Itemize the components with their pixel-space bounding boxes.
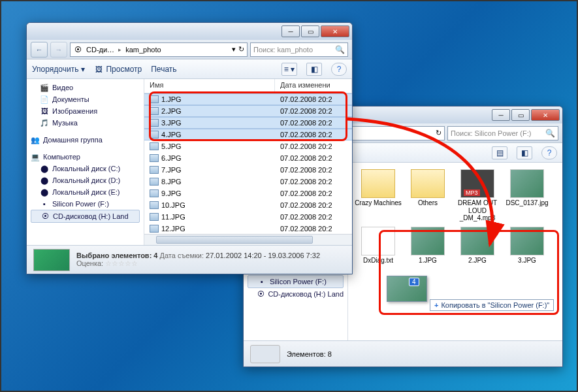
search-box[interactable]: Поиск: kam_photo 🔍 [250, 42, 348, 57]
file-row[interactable]: 12.JPG07.02.2008 20:2 [144, 223, 352, 234]
preview-pane-button[interactable]: ◧ [517, 146, 532, 159]
nav-label: Видео [52, 84, 73, 91]
icon-view[interactable]: Crazy MachinesOthersDREAM OUT LOUD _DM_4… [348, 163, 562, 340]
nav-drive-item[interactable]: ⦿CD-дисковод (H:) Land [31, 210, 140, 223]
scrollbar-horizontal[interactable] [144, 234, 352, 245]
address-bar[interactable]: ⦿ CD-ди… ▸ kam_photo ▾ ↻ [70, 42, 248, 57]
nav-label: CD-дисковод (H:) Land [268, 290, 344, 298]
nav-label: Локальный диск (C:) [52, 165, 120, 172]
file-row[interactable]: 11.JPG07.02.2008 20:2 [144, 211, 352, 223]
item-thumbnail [361, 169, 395, 198]
preview-icon: 🖼 [94, 65, 103, 74]
nav-library-item[interactable]: 🎵Музыка [31, 117, 140, 129]
file-row[interactable]: 5.JPG07.02.2008 20:2 [144, 140, 352, 152]
file-name: 5.JPG [161, 142, 182, 150]
organize-button[interactable]: Упорядочить ▾ [32, 65, 85, 74]
col-date[interactable]: Дата изменени [275, 79, 352, 93]
file-item[interactable]: Others [404, 169, 451, 221]
nav-drive-item[interactable]: ▪Silicon Power (F:) [31, 198, 140, 210]
preview-pane-button[interactable]: ◧ [306, 63, 322, 76]
content-area[interactable]: Crazy MachinesOthersDREAM OUT LOUD _DM_4… [348, 163, 562, 340]
drive-icon: ▪ [40, 199, 49, 208]
item-label: DxDiag.txt [363, 257, 393, 265]
status-selection-count: Выбрано элементов: 4 [76, 252, 157, 259]
file-name: 9.JPG [161, 189, 182, 197]
explorer-window-source[interactable]: ─ ▭ ✕ ← → ⦿ CD-ди… ▸ kam_photo ▾ ↻ Поиск… [26, 22, 353, 274]
col-name[interactable]: Имя [144, 79, 275, 93]
content-area[interactable]: Имя Дата изменени 1.JPG07.02.2008 20:22.… [144, 79, 352, 245]
file-row[interactable]: 9.JPG07.02.2008 20:2 [144, 188, 352, 199]
file-date: 07.02.2008 20:2 [275, 154, 352, 162]
file-date: 07.02.2008 20:2 [275, 107, 352, 115]
nav-library-item[interactable]: 🎬Видео [31, 82, 140, 93]
maximize-button[interactable]: ▭ [511, 109, 530, 121]
nav-label: Музыка [52, 119, 78, 127]
file-date: 07.02.2008 20:2 [275, 225, 352, 233]
minimize-button[interactable]: ─ [492, 109, 510, 121]
file-item[interactable]: Crazy Machines [355, 169, 402, 221]
computer-icon: 💻 [31, 152, 40, 161]
nav-pane[interactable]: 🎬Видео📄Документы🖼Изображения🎵Музыка 👥Дом… [27, 79, 144, 245]
toolbar: Упорядочить ▾ 🖼Просмотр Печать ≡ ▾ ◧ ? [27, 59, 352, 79]
file-item[interactable]: 1.JPG [404, 227, 451, 265]
close-button[interactable]: ✕ [531, 109, 560, 121]
file-icon [150, 225, 159, 233]
view-button[interactable]: ▤ [492, 146, 507, 159]
breadcrumb-2[interactable]: kam_photo [124, 46, 162, 54]
nav-library-item[interactable]: 🖼Изображения [31, 105, 140, 117]
drag-count-badge: 4 [409, 278, 419, 286]
nav-drive-item[interactable]: ⦿CD-дисковод (H:) Land [248, 288, 344, 300]
item-thumbnail [411, 169, 445, 198]
item-thumbnail [460, 227, 494, 255]
preview-button[interactable]: 🖼Просмотр [94, 65, 142, 74]
file-icon [150, 154, 159, 162]
status-count: Элементов: 8 [287, 350, 332, 358]
breadcrumb-1[interactable]: CD-ди… [85, 46, 116, 54]
file-row[interactable]: 1.JPG07.02.2008 20:2 [144, 93, 352, 105]
file-item[interactable]: 2.JPG [454, 227, 501, 265]
file-row[interactable]: 8.JPG07.02.2008 20:2 [144, 176, 352, 188]
item-label: 2.JPG [468, 257, 487, 265]
column-headers[interactable]: Имя Дата изменени [144, 79, 352, 93]
file-list[interactable]: 1.JPG07.02.2008 20:22.JPG07.02.2008 20:2… [144, 93, 352, 234]
close-button[interactable]: ✕ [321, 25, 349, 37]
refresh-icon[interactable]: ↻ [436, 129, 442, 137]
file-row[interactable]: 2.JPG07.02.2008 20:2 [144, 105, 352, 117]
file-row[interactable]: 10.JPG07.02.2008 20:2 [144, 199, 352, 211]
file-row[interactable]: 4.JPG07.02.2008 20:2 [144, 129, 352, 140]
back-button[interactable]: ← [31, 42, 48, 57]
item-label: 1.JPG [419, 257, 437, 265]
scrollbar-thumb[interactable] [156, 236, 313, 244]
print-button[interactable]: Печать [151, 65, 176, 74]
file-item[interactable]: DREAM OUT LOUD _DM_4.mp3 [454, 169, 501, 221]
help-button[interactable]: ? [331, 63, 347, 76]
minimize-button[interactable]: ─ [281, 25, 300, 37]
nav-computer[interactable]: 💻Компьютер [31, 151, 140, 163]
view-button[interactable]: ≡ ▾ [281, 63, 297, 76]
file-item[interactable]: DSC_0137.jpg [504, 169, 551, 221]
file-icon [150, 213, 159, 221]
titlebar[interactable]: ─ ▭ ✕ [27, 23, 352, 40]
file-row[interactable]: 3.JPG07.02.2008 20:2 [144, 117, 352, 129]
plus-icon: + [434, 301, 438, 309]
help-button[interactable]: ? [541, 146, 557, 159]
nav-drive-item[interactable]: ▪Silicon Power (F:) [248, 275, 344, 288]
file-row[interactable]: 6.JPG07.02.2008 20:2 [144, 152, 352, 164]
drive-icon: ⬤ [40, 164, 49, 173]
status-rating-stars[interactable]: ☆☆☆☆☆ [105, 259, 138, 267]
file-name: 12.JPG [161, 225, 185, 233]
maximize-button[interactable]: ▭ [301, 25, 319, 37]
nav-homegroup[interactable]: 👥Домашняя группа [31, 134, 140, 146]
nav-drive-item[interactable]: ⬤Локальный диск (C:) [31, 163, 140, 174]
search-box[interactable]: Поиск: Silicon Power (F:) 🔍 [447, 126, 558, 140]
dropdown-icon[interactable]: ▾ [232, 45, 236, 54]
file-date: 07.02.2008 20:2 [275, 119, 352, 127]
nav-library-item[interactable]: 📄Документы [31, 93, 140, 105]
nav-drive-item[interactable]: ⬤Локальный диск (D:) [31, 174, 140, 186]
file-row[interactable]: 7.JPG07.02.2008 20:2 [144, 164, 352, 176]
nav-drive-item[interactable]: ⬤Локальный диск (E:) [31, 186, 140, 198]
file-item[interactable]: 3.JPG [504, 227, 551, 265]
file-item[interactable]: DxDiag.txt [355, 227, 402, 265]
refresh-icon[interactable]: ↻ [238, 45, 244, 54]
forward-button[interactable]: → [50, 42, 67, 57]
